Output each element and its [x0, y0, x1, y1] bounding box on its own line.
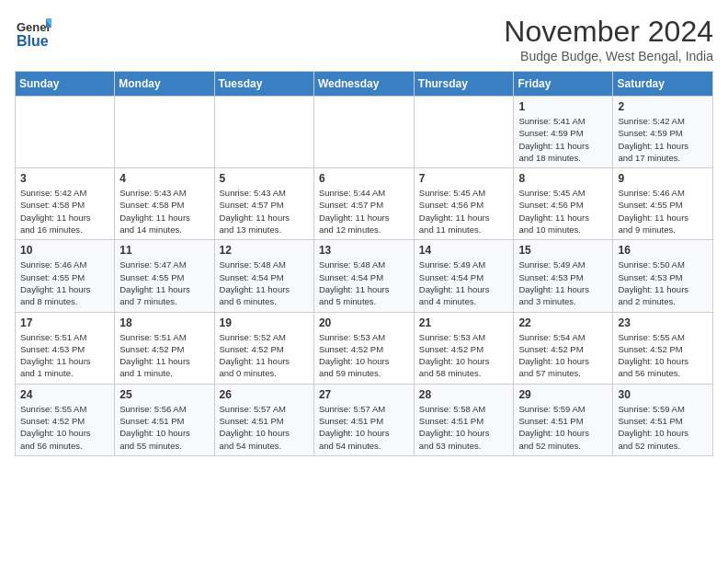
- day-number: 23: [618, 316, 708, 329]
- day-number: 16: [618, 244, 708, 257]
- week-row-4: 17Sunrise: 5:51 AM Sunset: 4:53 PM Dayli…: [16, 312, 713, 384]
- day-number: 28: [419, 388, 509, 401]
- calendar-cell: 25Sunrise: 5:56 AM Sunset: 4:51 PM Dayli…: [115, 384, 214, 455]
- logo: General Blue: [15, 15, 51, 52]
- calendar-cell: 1Sunrise: 5:41 AM Sunset: 4:59 PM Daylig…: [514, 97, 613, 168]
- calendar-cell: 15Sunrise: 5:49 AM Sunset: 4:53 PM Dayli…: [514, 240, 613, 312]
- calendar-cell: 27Sunrise: 5:57 AM Sunset: 4:51 PM Dayli…: [313, 384, 414, 455]
- calendar-cell: 12Sunrise: 5:48 AM Sunset: 4:54 PM Dayli…: [214, 240, 313, 312]
- day-number: 15: [518, 244, 608, 257]
- day-info: Sunrise: 5:51 AM Sunset: 4:52 PM Dayligh…: [119, 331, 209, 380]
- calendar-cell: 3Sunrise: 5:42 AM Sunset: 4:58 PM Daylig…: [16, 168, 115, 240]
- calendar-cell: [16, 97, 115, 168]
- week-row-2: 3Sunrise: 5:42 AM Sunset: 4:58 PM Daylig…: [16, 168, 713, 240]
- day-info: Sunrise: 5:41 AM Sunset: 4:59 PM Dayligh…: [518, 115, 608, 164]
- day-info: Sunrise: 5:59 AM Sunset: 4:51 PM Dayligh…: [618, 403, 708, 452]
- calendar-cell: [214, 97, 313, 168]
- day-number: 9: [618, 172, 708, 185]
- week-row-1: 1Sunrise: 5:41 AM Sunset: 4:59 PM Daylig…: [16, 97, 713, 168]
- page-header: General Blue November 2024 Budge Budge, …: [15, 15, 713, 63]
- calendar-cell: 13Sunrise: 5:48 AM Sunset: 4:54 PM Dayli…: [313, 240, 414, 312]
- calendar-cell: 9Sunrise: 5:46 AM Sunset: 4:55 PM Daylig…: [613, 168, 713, 240]
- calendar-cell: 2Sunrise: 5:42 AM Sunset: 4:59 PM Daylig…: [613, 97, 713, 168]
- day-info: Sunrise: 5:45 AM Sunset: 4:56 PM Dayligh…: [518, 187, 608, 236]
- calendar-cell: 5Sunrise: 5:43 AM Sunset: 4:57 PM Daylig…: [214, 168, 313, 240]
- day-info: Sunrise: 5:51 AM Sunset: 4:53 PM Dayligh…: [20, 331, 109, 380]
- weekday-header-tuesday: Tuesday: [214, 72, 313, 97]
- day-number: 10: [20, 244, 109, 257]
- location-subtitle: Budge Budge, West Bengal, India: [504, 49, 713, 63]
- day-info: Sunrise: 5:42 AM Sunset: 4:58 PM Dayligh…: [20, 187, 109, 236]
- logo-icon: General Blue: [15, 15, 51, 52]
- weekday-header-thursday: Thursday: [414, 72, 514, 97]
- day-info: Sunrise: 5:53 AM Sunset: 4:52 PM Dayligh…: [419, 331, 509, 380]
- week-row-3: 10Sunrise: 5:46 AM Sunset: 4:55 PM Dayli…: [16, 240, 713, 312]
- day-info: Sunrise: 5:45 AM Sunset: 4:56 PM Dayligh…: [419, 187, 509, 236]
- day-number: 1: [518, 100, 608, 113]
- calendar-cell: 21Sunrise: 5:53 AM Sunset: 4:52 PM Dayli…: [414, 312, 514, 384]
- svg-text:Blue: Blue: [17, 33, 49, 49]
- day-number: 25: [119, 388, 209, 401]
- day-info: Sunrise: 5:42 AM Sunset: 4:59 PM Dayligh…: [618, 115, 708, 164]
- calendar-cell: 8Sunrise: 5:45 AM Sunset: 4:56 PM Daylig…: [514, 168, 613, 240]
- day-number: 11: [119, 244, 209, 257]
- day-number: 3: [20, 172, 109, 185]
- day-info: Sunrise: 5:57 AM Sunset: 4:51 PM Dayligh…: [220, 403, 309, 452]
- calendar-cell: [115, 97, 214, 168]
- day-number: 21: [419, 316, 509, 329]
- day-number: 2: [618, 100, 708, 113]
- day-number: 18: [119, 316, 209, 329]
- calendar-cell: 28Sunrise: 5:58 AM Sunset: 4:51 PM Dayli…: [414, 384, 514, 455]
- day-number: 7: [419, 172, 509, 185]
- calendar-cell: 18Sunrise: 5:51 AM Sunset: 4:52 PM Dayli…: [115, 312, 214, 384]
- day-info: Sunrise: 5:48 AM Sunset: 4:54 PM Dayligh…: [319, 259, 409, 307]
- day-number: 30: [618, 388, 708, 401]
- calendar-cell: 19Sunrise: 5:52 AM Sunset: 4:52 PM Dayli…: [214, 312, 313, 384]
- calendar-cell: 10Sunrise: 5:46 AM Sunset: 4:55 PM Dayli…: [16, 240, 115, 312]
- calendar-table: SundayMondayTuesdayWednesdayThursdayFrid…: [15, 71, 713, 456]
- day-info: Sunrise: 5:46 AM Sunset: 4:55 PM Dayligh…: [618, 187, 708, 236]
- day-number: 26: [220, 388, 309, 401]
- day-number: 4: [119, 172, 209, 185]
- calendar-cell: 29Sunrise: 5:59 AM Sunset: 4:51 PM Dayli…: [514, 384, 613, 455]
- weekday-header-saturday: Saturday: [613, 72, 713, 97]
- week-row-5: 24Sunrise: 5:55 AM Sunset: 4:52 PM Dayli…: [16, 384, 713, 455]
- calendar-cell: 4Sunrise: 5:43 AM Sunset: 4:58 PM Daylig…: [115, 168, 214, 240]
- day-number: 14: [419, 244, 509, 257]
- day-number: 20: [319, 316, 409, 329]
- day-info: Sunrise: 5:43 AM Sunset: 4:58 PM Dayligh…: [119, 187, 209, 236]
- day-info: Sunrise: 5:56 AM Sunset: 4:51 PM Dayligh…: [119, 403, 209, 452]
- day-info: Sunrise: 5:59 AM Sunset: 4:51 PM Dayligh…: [518, 403, 608, 452]
- calendar-cell: 20Sunrise: 5:53 AM Sunset: 4:52 PM Dayli…: [313, 312, 414, 384]
- day-info: Sunrise: 5:48 AM Sunset: 4:54 PM Dayligh…: [220, 259, 309, 307]
- day-number: 19: [220, 316, 309, 329]
- day-info: Sunrise: 5:43 AM Sunset: 4:57 PM Dayligh…: [220, 187, 309, 236]
- calendar-cell: 16Sunrise: 5:50 AM Sunset: 4:53 PM Dayli…: [613, 240, 713, 312]
- day-info: Sunrise: 5:52 AM Sunset: 4:52 PM Dayligh…: [220, 331, 309, 380]
- day-info: Sunrise: 5:55 AM Sunset: 4:52 PM Dayligh…: [20, 403, 109, 452]
- day-info: Sunrise: 5:54 AM Sunset: 4:52 PM Dayligh…: [518, 331, 608, 380]
- weekday-header-sunday: Sunday: [16, 72, 115, 97]
- day-number: 8: [518, 172, 608, 185]
- calendar-cell: 30Sunrise: 5:59 AM Sunset: 4:51 PM Dayli…: [613, 384, 713, 455]
- calendar-cell: 23Sunrise: 5:55 AM Sunset: 4:52 PM Dayli…: [613, 312, 713, 384]
- day-info: Sunrise: 5:57 AM Sunset: 4:51 PM Dayligh…: [319, 403, 409, 452]
- day-number: 12: [220, 244, 309, 257]
- calendar-cell: 6Sunrise: 5:44 AM Sunset: 4:57 PM Daylig…: [313, 168, 414, 240]
- day-info: Sunrise: 5:44 AM Sunset: 4:57 PM Dayligh…: [319, 187, 409, 236]
- day-info: Sunrise: 5:49 AM Sunset: 4:53 PM Dayligh…: [518, 259, 608, 307]
- calendar-cell: 7Sunrise: 5:45 AM Sunset: 4:56 PM Daylig…: [414, 168, 514, 240]
- day-number: 17: [20, 316, 109, 329]
- day-number: 27: [319, 388, 409, 401]
- title-block: November 2024 Budge Budge, West Bengal, …: [504, 15, 713, 63]
- weekday-header-monday: Monday: [115, 72, 214, 97]
- day-info: Sunrise: 5:49 AM Sunset: 4:54 PM Dayligh…: [419, 259, 509, 307]
- month-title: November 2024: [504, 15, 713, 49]
- day-info: Sunrise: 5:58 AM Sunset: 4:51 PM Dayligh…: [419, 403, 509, 452]
- calendar-cell: 14Sunrise: 5:49 AM Sunset: 4:54 PM Dayli…: [414, 240, 514, 312]
- day-number: 13: [319, 244, 409, 257]
- calendar-cell: 17Sunrise: 5:51 AM Sunset: 4:53 PM Dayli…: [16, 312, 115, 384]
- day-info: Sunrise: 5:55 AM Sunset: 4:52 PM Dayligh…: [618, 331, 708, 380]
- weekday-header-row: SundayMondayTuesdayWednesdayThursdayFrid…: [16, 72, 713, 97]
- day-info: Sunrise: 5:46 AM Sunset: 4:55 PM Dayligh…: [20, 259, 109, 307]
